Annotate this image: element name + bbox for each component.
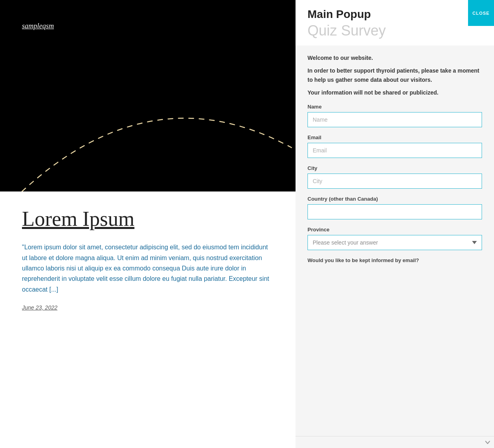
name-label: Name <box>308 104 482 110</box>
name-field-group: Name <box>308 104 482 127</box>
post-excerpt-text: "Lorem ipsum dolor sit amet, consectetur… <box>22 244 269 293</box>
city-input[interactable] <box>308 174 482 189</box>
welcome-text: Welcome to our website. In order to bett… <box>308 53 482 97</box>
city-field-group: City <box>308 165 482 189</box>
scroll-down-indicator <box>296 436 494 448</box>
welcome-line2: In order to better support thyroid patie… <box>308 67 479 83</box>
email-field-group: Email <box>308 134 482 158</box>
popup-header: Main Popup Quiz Survey <box>296 0 494 45</box>
popup-panel: CLOSE Main Popup Quiz Survey Welcome to … <box>296 0 494 448</box>
email-label: Email <box>308 134 482 140</box>
province-field-group: Province Please select your answer Alber… <box>308 227 482 250</box>
popup-subtitle: Quiz Survey <box>308 22 482 39</box>
email-inform-label: Would you like to be kept informed by em… <box>308 257 482 263</box>
close-button[interactable]: CLOSE <box>468 0 494 26</box>
main-content: sampleqsm Lorem Ipsum "Lorem ipsum dolor… <box>0 0 296 448</box>
email-input[interactable] <box>308 143 482 158</box>
province-label: Province <box>308 227 482 233</box>
post-date: June 23, 2022 <box>22 304 274 311</box>
city-label: City <box>308 165 482 171</box>
country-label: Country (other than Canada) <box>308 196 482 202</box>
country-input[interactable] <box>308 204 482 219</box>
post-title: Lorem Ipsum <box>22 207 274 230</box>
email-inform-group: Would you like to be kept informed by em… <box>308 257 482 263</box>
post-excerpt: "Lorem ipsum dolor sit amet, consectetur… <box>22 242 274 295</box>
welcome-line1: Welcome to our website. <box>308 55 373 61</box>
popup-body[interactable]: Welcome to our website. In order to bett… <box>296 45 494 436</box>
chevron-down-icon <box>484 438 492 446</box>
site-title[interactable]: sampleqsm <box>22 22 54 30</box>
popup-title: Main Popup <box>308 8 482 21</box>
province-select[interactable]: Please select your answer Alberta Britis… <box>308 235 482 250</box>
hero-section: sampleqsm <box>0 0 296 191</box>
blog-content: Lorem Ipsum "Lorem ipsum dolor sit amet,… <box>0 191 296 327</box>
welcome-line3: Your information will not be shared or p… <box>308 89 438 96</box>
country-field-group: Country (other than Canada) <box>308 196 482 219</box>
name-input[interactable] <box>308 112 482 127</box>
